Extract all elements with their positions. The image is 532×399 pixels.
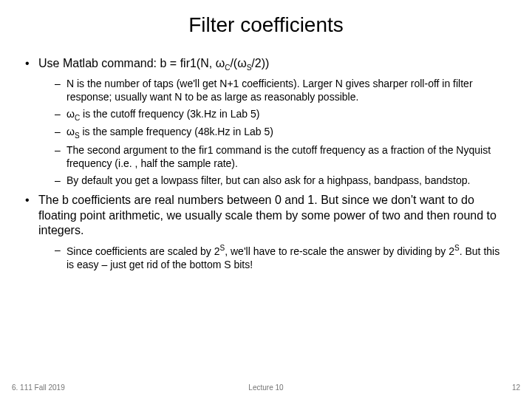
s1a: N is the number of taps (we'll get N+1 c… [55, 77, 507, 103]
b1-post: /2)) [251, 57, 269, 69]
s1c-sub: S [75, 132, 80, 140]
slide-title: Filter coefficients [25, 13, 507, 37]
sub-list-2: Since coefficients are scaled by 2S, we'… [55, 243, 507, 271]
b1-pre: Use Matlab command: b = fir1(N, ω [38, 57, 225, 69]
footer: 6. 111 Fall 2019 Lecture 10 12 [0, 383, 532, 392]
footer-right: 12 [512, 383, 520, 392]
s1c-pre: ω [66, 126, 75, 137]
sub-list-1: N is the number of taps (we'll get N+1 c… [55, 77, 507, 187]
footer-center: Lecture 10 [248, 383, 283, 392]
s1b: ωC is the cutoff frequency (3k.Hz in Lab… [55, 107, 507, 123]
footer-left: 6. 111 Fall 2019 [12, 383, 65, 392]
bullet-2: The b coefficients are real numbers betw… [25, 193, 507, 271]
b2-text: The b coefficients are real numbers betw… [38, 194, 497, 237]
s1e: By default you get a lowpass filter, but… [55, 174, 507, 187]
s2a: Since coefficients are scaled by 2S, we'… [55, 243, 507, 271]
bullet-1: Use Matlab command: b = fir1(N, ωC/(ωS/2… [25, 56, 507, 187]
s1b-pre: ω [66, 108, 75, 120]
s1b-post: is the cutoff frequency (3k.Hz in Lab 5) [80, 108, 259, 120]
b1-mid1: /(ω [230, 57, 246, 69]
bullet-list: Use Matlab command: b = fir1(N, ωC/(ωS/2… [25, 56, 507, 271]
s1c: ωS is the sample frequency (48k.Hz in La… [55, 125, 507, 140]
s2a-pre: Since coefficients are scaled by 2 [66, 245, 220, 257]
s2a-mid: , we'll have to re-scale the answer by d… [225, 245, 454, 257]
slide: Filter coefficients Use Matlab command: … [0, 0, 532, 399]
s1c-post: is the sample frequency (48k.Hz in Lab 5… [80, 126, 273, 137]
s2a-sup2: S [454, 244, 460, 252]
s1d: The second argument to the fir1 command … [55, 143, 507, 170]
